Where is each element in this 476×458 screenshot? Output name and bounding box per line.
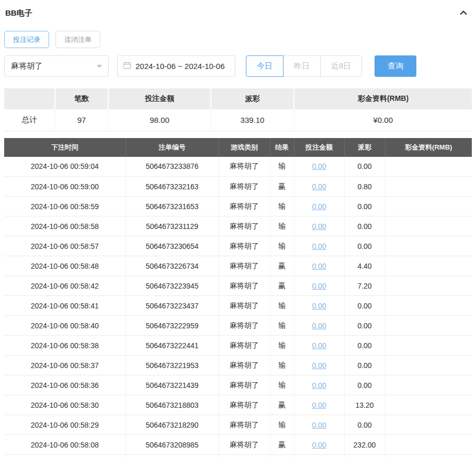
bet-amount-link[interactable]: 0.00 [312,322,326,330]
bet-amount-link[interactable]: 0.00 [312,282,326,290]
table-row: 2024-10-06 00:58:40 5064673222959 麻将胡了 输… [4,316,472,336]
cell-bonus [385,435,472,455]
cell-bet-time: 2024-10-06 00:58:48 [4,256,126,276]
cell-bonus [385,236,472,256]
cell-order-id: 5064673208985 [126,435,219,455]
cell-bet-amount: 0.00 [294,256,344,276]
tab-bet-records[interactable]: 投注记录 [4,31,49,48]
bet-amount-link[interactable]: 0.00 [312,381,326,390]
cell-payout: 0.00 [344,236,385,256]
bet-records-table: 下注时间 注单编号 游戏类别 结果 投注金额 派彩 彩金资料(RMB) 2024… [4,138,472,458]
date-range-input[interactable]: 2024-10-06 ~ 2024-10-06 [117,55,235,77]
cell-bet-time: 2024-10-06 00:58:59 [4,197,126,216]
bet-amount-link[interactable]: 0.00 [312,242,326,250]
cell-bonus [385,177,472,197]
cell-bet-amount: 0.00 [294,216,344,236]
table-row: 2024-10-06 00:58:57 5064673230654 麻将胡了 输… [4,236,472,256]
bet-amount-link[interactable]: 0.00 [312,441,326,449]
header-game-type: 游戏类别 [219,138,270,157]
cell-bet-amount: 0.00 [294,296,344,316]
cell-payout: 0.00 [344,316,385,336]
cell-order-id: 5064673230654 [126,236,219,256]
cell-payout: 0.00 [344,336,385,356]
page-title: BB电子 [5,8,32,18]
bet-amount-link[interactable]: 0.00 [312,341,326,350]
cell-bet-time: 2024-10-06 00:58:40 [4,316,126,336]
table-header-row: 下注时间 注单编号 游戏类别 结果 投注金额 派彩 彩金资料(RMB) [4,138,472,157]
collapse-button[interactable] [456,6,471,20]
cell-game-type: 麻将胡了 [219,256,270,276]
bet-amount-link[interactable]: 0.00 [312,421,326,429]
cell-payout: 0.00 [344,296,385,316]
cell-bet-time: 2024-10-06 00:58:37 [4,356,126,375]
cell-result: 赢 [270,395,294,415]
cell-payout: 0.00 [344,455,385,458]
table-row: 2024-10-06 00:59:04 5064673233876 麻将胡了 输… [4,157,472,177]
cell-order-id: 5064673221953 [126,356,219,375]
calendar-icon [123,61,131,71]
cell-payout: 7.20 [344,276,385,296]
cell-game-type: 麻将胡了 [219,216,270,236]
cell-bet-amount: 0.00 [294,157,344,177]
cell-game-type: 麻将胡了 [219,435,270,455]
table-row: 2024-10-06 00:58:38 5064673222441 麻将胡了 输… [4,336,472,356]
header-bet-time: 下注时间 [4,138,126,157]
header-bonus: 彩金资料(RMB) [385,138,472,157]
cell-order-id: 5064673208476 [126,455,219,458]
bet-amount-link[interactable]: 0.00 [312,262,326,270]
cell-bonus [385,356,472,375]
table-row: 2024-10-06 00:59:00 5064673232163 麻将胡了 赢… [4,177,472,197]
cell-bet-amount: 0.00 [294,197,344,216]
cell-bonus [385,336,472,356]
cell-bonus [385,157,472,177]
table-row: 2024-10-06 00:58:41 5064673223437 麻将胡了 输… [4,296,472,316]
bet-amount-link[interactable]: 0.00 [312,222,326,231]
summary-total-row: 总计 97 98.00 339.10 ¥0.00 [4,109,472,131]
tab-cancelled-orders[interactable]: 连消注单 [55,31,100,48]
table-row: 2024-10-06 00:58:29 5064673218290 麻将胡了 输… [4,415,472,435]
cell-bet-amount: 0.00 [294,356,344,375]
cell-bet-amount: 0.00 [294,395,344,415]
game-select[interactable]: 麻将胡了 [4,55,109,77]
cell-bonus [385,395,472,415]
cell-order-id: 5064673222959 [126,316,219,336]
header-order-id: 注单编号 [126,138,219,157]
table-row: 2024-10-06 00:58:36 5064673221439 麻将胡了 输… [4,375,472,395]
cell-order-id: 5064673226734 [126,256,219,276]
bet-amount-link[interactable]: 0.00 [312,202,326,211]
cell-order-id: 5064673223945 [126,276,219,296]
quick-button-today[interactable]: 今日 [246,55,284,77]
bet-records-panel: BB电子 投注记录 连消注单 麻将胡了 2024-10-06 ~ 2024-10… [0,0,476,458]
summary-total-bonus: ¥0.00 [294,109,472,131]
cell-result: 赢 [270,177,294,197]
cell-result: 输 [270,415,294,435]
cell-game-type: 麻将胡了 [219,296,270,316]
cell-result: 输 [270,375,294,395]
cell-order-id: 5064673233876 [126,157,219,177]
cell-bet-time: 2024-10-06 00:59:04 [4,157,126,177]
summary-header-bet-amount: 投注金额 [108,88,211,109]
cell-order-id: 5064673222441 [126,336,219,356]
cell-result: 输 [270,316,294,336]
summary-total-label: 总计 [4,109,55,131]
cell-bonus [385,455,472,458]
cell-bonus [385,197,472,216]
bet-amount-link[interactable]: 0.00 [312,361,326,370]
quick-button-yesterday[interactable]: 昨日 [283,55,321,77]
search-button[interactable]: 查询 [375,55,416,77]
bet-amount-link[interactable]: 0.00 [312,302,326,310]
bet-amount-link[interactable]: 0.00 [312,401,326,409]
table-row: 2024-10-06 00:58:06 5064673208476 麻将胡了 输… [4,455,472,458]
cell-result: 输 [270,236,294,256]
cell-bet-amount: 0.00 [294,236,344,256]
cell-game-type: 麻将胡了 [219,316,270,336]
bet-amount-link[interactable]: 0.00 [312,162,326,170]
cell-payout: 0.00 [344,216,385,236]
table-row: 2024-10-06 00:58:59 5064673231653 麻将胡了 输… [4,197,472,216]
cell-game-type: 麻将胡了 [219,276,270,296]
quick-button-last8days[interactable]: 近8日 [320,55,362,77]
table-row: 2024-10-06 00:58:42 5064673223945 麻将胡了 赢… [4,276,472,296]
cell-result: 输 [270,356,294,375]
bet-amount-link[interactable]: 0.00 [312,182,326,191]
cell-game-type: 麻将胡了 [219,236,270,256]
